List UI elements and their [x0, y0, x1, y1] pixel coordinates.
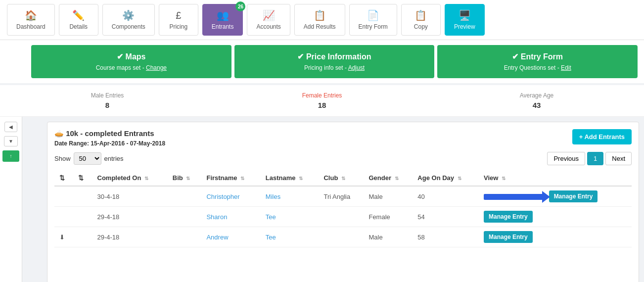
page-wrapper: ◀ ▼ ↑ 🥧 10k - completed Entrants Date Ra…: [0, 117, 644, 282]
arrow-indicator: [484, 194, 543, 200]
show-label: Show: [54, 155, 71, 162]
row2-lastname[interactable]: Tee: [261, 207, 319, 227]
col-lastname[interactable]: Lastname ⇅: [261, 170, 319, 186]
maps-subtitle-text: Course maps set -: [96, 64, 146, 71]
row3-lastname[interactable]: Tee: [261, 227, 319, 247]
row1-firstname[interactable]: Christopher: [201, 186, 260, 207]
nav-components[interactable]: ⚙️ Components: [102, 4, 155, 36]
previous-page-button[interactable]: Previous: [547, 152, 585, 165]
entrants-badge: 26: [235, 1, 245, 11]
row3-firstname[interactable]: Andrew: [201, 227, 260, 247]
nav-copy[interactable]: 📋 Copy: [401, 4, 441, 36]
left-bar-green-btn[interactable]: ↑: [2, 150, 19, 162]
row3-bib: [168, 227, 202, 247]
gender-sort-icon: ⇅: [395, 176, 399, 181]
nav-entry-form-label: Entry Form: [359, 23, 388, 30]
entrants-table: ⇅ ⇅ Completed On ⇅ Bib ⇅ Firstname ⇅: [54, 170, 632, 247]
col-bib[interactable]: Bib ⇅: [168, 170, 202, 186]
table-header-row-el: ⇅ ⇅ Completed On ⇅ Bib ⇅ Firstname ⇅: [54, 170, 632, 186]
row1-age: 40: [413, 186, 479, 207]
row3-age: 58: [413, 227, 479, 247]
row1-lastname[interactable]: Miles: [261, 186, 319, 207]
stats-row: Male Entries 8 Female Entries 18 Average…: [0, 85, 644, 117]
manage-entry-button-3[interactable]: Manage Entry: [484, 231, 533, 243]
col-sort2: ⇅: [73, 170, 92, 186]
left-sidebar: ◀ ▼ ↑: [0, 117, 22, 282]
row3-check2: [73, 227, 92, 247]
nav-dashboard[interactable]: 🏠 Dashboard: [7, 4, 55, 36]
average-age-label: Average Age: [429, 92, 644, 99]
copy-icon: 📋: [414, 9, 427, 21]
nav-add-results[interactable]: 📋 Add Results: [294, 4, 345, 36]
col-firstname[interactable]: Firstname ⇅: [201, 170, 260, 186]
results-icon: 📋: [314, 9, 326, 21]
row1-check1: [54, 186, 73, 207]
female-entries-label: Female Entries: [215, 92, 429, 99]
col-gender[interactable]: Gender ⇅: [364, 170, 413, 186]
col-age-on-day[interactable]: Age On Day ⇅: [413, 170, 479, 186]
next-page-button[interactable]: Next: [605, 152, 632, 165]
maps-change-link[interactable]: Change: [146, 64, 167, 71]
bib-sort-icon: ⇅: [186, 176, 190, 181]
entry-form-card-title: ✔ Entry Form: [447, 52, 628, 61]
row2-firstname[interactable]: Sharon: [201, 207, 260, 227]
left-bar-btn2[interactable]: ▼: [4, 136, 18, 146]
pound-icon: £: [176, 10, 181, 21]
row1-club: Tri Anglia: [319, 186, 364, 207]
manage-entry-button-1[interactable]: Manage Entry: [549, 190, 598, 202]
nav-entry-form[interactable]: 📄 Entry Form: [349, 4, 397, 36]
table-row: 30-4-18 Christopher Miles Tri Anglia Mal…: [54, 186, 632, 207]
nav-details[interactable]: ✏️ Details: [59, 4, 98, 36]
male-entries-value: 8: [0, 101, 215, 109]
info-cards-section: ✔ Maps Course maps set - Change ✔ Price …: [0, 40, 644, 83]
maps-card: ✔ Maps Course maps set - Change: [31, 45, 231, 78]
col-view[interactable]: View ⇅: [479, 170, 632, 186]
male-entries-label: Male Entries: [0, 92, 215, 99]
nav-pricing[interactable]: £ Pricing: [159, 4, 198, 36]
nav-entrants[interactable]: 26 👥 Entrants: [202, 4, 243, 36]
row3-gender: Male: [364, 227, 413, 247]
col-club[interactable]: Club ⇅: [319, 170, 364, 186]
entries-label: entries: [104, 155, 124, 162]
top-navigation: 🏠 Dashboard ✏️ Details ⚙️ Components £ P…: [0, 0, 644, 40]
sort1-icon[interactable]: ⇅: [59, 174, 65, 182]
entries-per-page-select[interactable]: 50 10 25 100: [74, 152, 101, 165]
page-1-button[interactable]: 1: [587, 152, 603, 165]
nav-preview-label: Preview: [454, 23, 475, 30]
form-icon: 📄: [367, 9, 379, 21]
firstname-sort-icon: ⇅: [240, 176, 244, 181]
show-entries-row: Show 50 10 25 100 entries Previous 1 Nex…: [54, 152, 632, 165]
col-completed-on[interactable]: Completed On ⇅: [92, 170, 168, 186]
col-sort1: ⇅: [54, 170, 73, 186]
row3-completed-on: 29-4-18: [92, 227, 168, 247]
pagination: Previous 1 Next: [547, 152, 632, 165]
entry-form-edit-link[interactable]: Edit: [561, 64, 571, 71]
age-sort-icon: ⇅: [458, 176, 461, 181]
row2-age: 54: [413, 207, 479, 227]
table-row: ⬇ 29-4-18 Andrew Tee Male 58 Manage Entr…: [54, 227, 632, 247]
nav-accounts-label: Accounts: [256, 23, 280, 30]
row2-club: [319, 207, 364, 227]
sort2-icon[interactable]: ⇅: [78, 174, 84, 182]
nav-preview[interactable]: 🖥️ Preview: [445, 4, 485, 36]
male-entries-stat: Male Entries 8: [0, 92, 215, 109]
row2-check1: [54, 207, 73, 227]
table-title: 🥧 10k - completed Entrants: [54, 129, 165, 138]
add-entrants-button[interactable]: + Add Entrants: [572, 129, 632, 144]
nav-accounts[interactable]: 📈 Accounts: [247, 4, 290, 36]
price-info-card-sub: Pricing info set - Adjust: [244, 64, 425, 71]
row2-view: Manage Entry: [479, 207, 632, 227]
row1-bib: [168, 186, 202, 207]
entry-form-subtitle-text: Entry Questions set -: [504, 64, 561, 71]
left-bar-toggle[interactable]: ◀: [4, 122, 17, 132]
average-age-stat: Average Age 43: [429, 92, 644, 109]
monitor-icon: 🖥️: [459, 9, 471, 21]
manage-entry-button-2[interactable]: Manage Entry: [484, 211, 533, 223]
price-adjust-link[interactable]: Adjust: [348, 64, 365, 71]
price-info-card: ✔ Price Information Pricing info set - A…: [234, 45, 435, 78]
nav-copy-label: Copy: [414, 23, 428, 30]
show-entries-left: Show 50 10 25 100 entries: [54, 152, 124, 165]
lastname-sort-icon: ⇅: [299, 176, 303, 181]
table-header-row: 🥧 10k - completed Entrants Date Range: 1…: [54, 129, 632, 147]
row1-gender: Male: [364, 186, 413, 207]
